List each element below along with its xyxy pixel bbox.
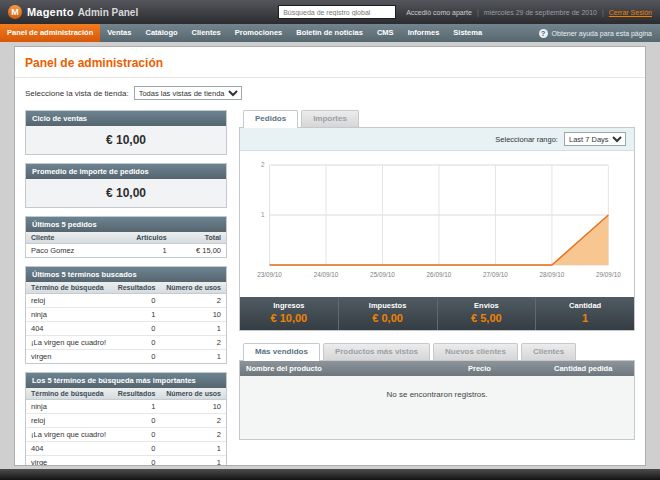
nav-item-informes[interactable]: Informes — [401, 24, 447, 42]
cell: virge — [26, 456, 112, 467]
table-header-row: Término de búsqueda Resultados Número de… — [26, 282, 226, 294]
cell: 1 — [160, 322, 226, 336]
nav-item-promociones[interactable]: Promociones — [228, 24, 290, 42]
global-search-input[interactable] — [278, 5, 396, 19]
cell: virgen — [26, 350, 112, 364]
magento-admin-dashboard: M Magento Admin Panel Accedió como apart… — [0, 0, 660, 480]
help-icon: ? — [539, 29, 548, 38]
cell: 404 — [26, 322, 112, 336]
table-row[interactable]: virge 0 1 — [26, 456, 226, 467]
page-title: Panel de administración — [15, 47, 645, 78]
cell: 1 — [109, 244, 172, 258]
box-title: Ciclo de ventas — [26, 111, 226, 126]
cell: 2 — [160, 336, 226, 350]
stat-cantidad: Cantidad 1 — [536, 297, 634, 330]
table-row[interactable]: 404 0 1 — [26, 442, 226, 456]
products-grid: Nombre del producto Precio Cantidad pedi… — [239, 360, 635, 440]
tab-importes[interactable]: Importes — [301, 110, 359, 127]
column-header: Resultados — [112, 282, 160, 294]
cell: ninja — [26, 308, 112, 322]
nav-item-clientes[interactable]: Clientes — [185, 24, 228, 42]
table-row[interactable]: ¡La virgen que cuadro! 0 2 — [26, 428, 226, 442]
tab-mas-vendidos[interactable]: Más vendidos — [243, 343, 320, 361]
range-label: Seleccionar rango: — [495, 135, 558, 144]
top-header: M Magento Admin Panel Accedió como apart… — [0, 0, 660, 24]
left-column: Ciclo de ventas € 10,00 Promedio de impo… — [25, 110, 227, 466]
cell: 1 — [160, 442, 226, 456]
tab-pedidos[interactable]: Pedidos — [243, 110, 298, 128]
table-row[interactable]: ¡La virgen que cuadro! 0 2 — [26, 336, 226, 350]
nav-item-dashboard[interactable]: Panel de administración — [0, 24, 100, 42]
cell: 1 — [112, 308, 160, 322]
stat-value: € 0,00 — [339, 312, 437, 324]
cell: 2 — [160, 294, 226, 308]
average-orders-value: € 10,00 — [26, 179, 226, 207]
cell: 0 — [112, 428, 160, 442]
cell: ¡La virgen que cuadro! — [26, 428, 112, 442]
lifetime-sales-value: € 10,00 — [26, 126, 226, 154]
magento-logo-icon: M — [8, 5, 22, 19]
table-header-row: Término de búsqueda Resultados Número de… — [26, 388, 226, 400]
last-search-terms-box: Últimos 5 términos buscados Término de b… — [25, 266, 227, 364]
table-row[interactable]: ninja 1 10 — [26, 400, 226, 414]
tab-productos-mas-vistos[interactable]: Productos más vistos — [323, 343, 430, 360]
cell: 0 — [112, 322, 160, 336]
cell: 10 — [160, 400, 226, 414]
stat-label: Envíos — [438, 301, 536, 310]
table-row[interactable]: 404 0 1 — [26, 322, 226, 336]
column-header: Nombre del producto — [240, 361, 462, 376]
tab-clientes[interactable]: Clientes — [521, 343, 576, 360]
nav-item-cms[interactable]: CMS — [370, 24, 401, 42]
table-row[interactable]: ninja 1 10 — [26, 308, 226, 322]
svg-text:29/09/10: 29/09/10 — [596, 271, 621, 278]
page-help-link[interactable]: ? Obtener ayuda para esta página — [539, 24, 660, 42]
top-search-terms-box: Los 5 términos de búsqueda más important… — [25, 372, 227, 466]
cell: 1 — [112, 400, 160, 414]
table-row[interactable]: virgen 0 1 — [26, 350, 226, 364]
right-column: Pedidos Importes Seleccionar rango: Last… — [239, 110, 635, 440]
empty-grid-message: No se encontraron registros. — [240, 376, 634, 439]
box-title: Últimos 5 pedidos — [26, 217, 226, 232]
nav-item-sistema[interactable]: Sistema — [446, 24, 489, 42]
column-header: Término de búsqueda — [26, 388, 112, 400]
table-row[interactable]: reloj 0 2 — [26, 294, 226, 308]
nav-item-ventas[interactable]: Ventas — [100, 24, 138, 42]
orders-chart-area: 1223/09/1024/09/1025/09/1026/09/1027/09/… — [240, 151, 634, 297]
table-row[interactable]: Paco Gomez 1 € 15,00 — [26, 244, 226, 258]
logout-link[interactable]: Cerrar Sesión — [609, 9, 652, 16]
nav-item-catalogo[interactable]: Catálogo — [138, 24, 184, 42]
stat-value: € 5,00 — [438, 312, 536, 324]
cell: reloj — [26, 414, 112, 428]
stat-label: Cantidad — [536, 301, 634, 310]
header-user-area: Accedió como aparte | miércoles 29 de se… — [406, 9, 652, 16]
cell: reloj — [26, 294, 112, 308]
nav-item-boletin[interactable]: Boletín de noticias — [289, 24, 370, 42]
table-row[interactable]: reloj 0 2 — [26, 414, 226, 428]
tab-nuevos-clientes[interactable]: Nuevos clientes — [433, 343, 518, 360]
current-date: miércoles 29 de septiembre de 2010 — [484, 9, 597, 16]
cell: 404 — [26, 442, 112, 456]
products-tabs: Más vendidos Productos más vistos Nuevos… — [239, 343, 635, 360]
range-selector-row: Seleccionar rango: Last 7 Days — [240, 128, 634, 151]
stat-impuestos: Impuestos € 0,00 — [339, 297, 438, 330]
grid-header-row: Nombre del producto Precio Cantidad pedi… — [240, 361, 634, 376]
column-header: Cliente — [26, 232, 109, 244]
separator: | — [477, 9, 479, 16]
range-select[interactable]: Last 7 Days — [564, 132, 626, 146]
svg-text:2: 2 — [261, 161, 265, 168]
svg-text:23/09/10: 23/09/10 — [257, 271, 282, 278]
store-view-label: Seleccione la vista de tienda: — [25, 89, 129, 98]
stat-value: 1 — [536, 312, 634, 324]
store-view-select[interactable]: Todas las vistas de tienda — [134, 86, 242, 100]
last-search-terms-table: Término de búsqueda Resultados Número de… — [26, 282, 226, 363]
cell: € 15,00 — [172, 244, 226, 258]
column-header: Término de búsqueda — [26, 282, 112, 294]
stat-envios: Envíos € 5,00 — [438, 297, 537, 330]
brand-name: Magento — [27, 6, 74, 18]
chart-tabs: Pedidos Importes — [239, 110, 635, 127]
cell: 1 — [160, 456, 226, 467]
dashboard-columns: Ciclo de ventas € 10,00 Promedio de impo… — [15, 106, 645, 466]
bottom-bar — [0, 469, 660, 480]
cell: 0 — [112, 456, 160, 467]
stat-label: Impuestos — [339, 301, 437, 310]
